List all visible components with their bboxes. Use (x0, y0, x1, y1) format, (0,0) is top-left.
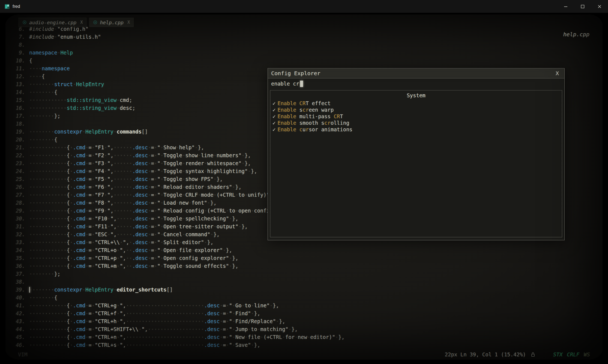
item-label-text: T (340, 113, 343, 119)
line-number: 22. (5, 151, 25, 159)
dialog-titlebar: Config Explorer X (268, 68, 564, 78)
code-line[interactable]: 10.{ (5, 57, 603, 65)
tab-close-icon[interactable]: X (80, 20, 83, 25)
line-number: 24. (5, 167, 25, 175)
code-line[interactable]: 37.········}; (5, 270, 603, 278)
tab-close-icon[interactable]: X (127, 20, 130, 25)
config-item[interactable]: ✓Enable cursor animations (272, 126, 560, 133)
dialog-close-button[interactable]: X (553, 70, 561, 77)
code-line[interactable]: 35.············{·.cmd·=·"CTRL+p·",··.des… (5, 254, 603, 262)
line-number: 45. (5, 333, 25, 341)
line-number: 42. (5, 310, 25, 317)
tab-label: help.cpp (100, 20, 124, 25)
window-titlebar: fred (0, 0, 608, 13)
status-flags: STX CRLF WS (553, 351, 590, 357)
dialog-title: Config Explorer (271, 70, 321, 77)
item-label-text: s (296, 107, 302, 113)
line-number: 31. (5, 223, 25, 230)
line-number: 16. (5, 104, 25, 112)
code-line[interactable]: 45.············{·.cmd·=·"CTRL+n·",······… (5, 333, 603, 341)
tab-audio-engine[interactable]: audio-engine.cpp X (19, 18, 86, 27)
checkbox-checked-icon[interactable]: ✓ (272, 113, 275, 119)
code-line[interactable]: 46.············{·.cmd·=·"CTRL+s·",······… (5, 341, 603, 349)
line-number: 15. (5, 96, 25, 104)
maximize-button[interactable] (574, 0, 591, 13)
line-number: 26. (5, 183, 25, 191)
line-number: 8. (5, 41, 25, 49)
tab-help[interactable]: help.cpp X (89, 18, 134, 27)
lock-icon (531, 352, 535, 357)
cpp-file-icon (22, 20, 27, 25)
item-label-text: T effect (306, 100, 331, 106)
code-line[interactable]: 36.············{·.cmd·=·"CTRL+m·",··.des… (5, 262, 603, 270)
line-number: 20. (5, 136, 25, 144)
line-number: 33. (5, 238, 25, 246)
window-title: fred (13, 4, 20, 9)
line-number: 39. (5, 286, 25, 294)
code-line[interactable]: 38. (5, 278, 603, 286)
close-button[interactable] (591, 0, 608, 13)
line-number: 14. (5, 88, 25, 96)
item-label-text: u (302, 126, 306, 132)
code-line[interactable]: 40.········{ (5, 294, 603, 302)
item-label-text (296, 100, 299, 106)
match-highlight-text: r (306, 126, 309, 132)
match-highlight-text: Enable (277, 120, 296, 126)
cpp-file-icon (93, 20, 97, 25)
line-number: 9. (5, 49, 25, 57)
line-number: 41. (5, 302, 25, 310)
line-number: 44. (5, 325, 25, 333)
line-number: 32. (5, 230, 25, 238)
app-icon (4, 4, 10, 9)
line-number: 11. (5, 65, 25, 72)
config-item[interactable]: ✓Enable screen warp (272, 107, 560, 113)
line-number: 43. (5, 317, 25, 325)
item-label-text (296, 126, 299, 132)
line-number: 35. (5, 254, 25, 262)
crt-screen: 6.#include·"config.h"7.#include·"enum-ut… (5, 14, 603, 360)
filename-overlay: help.cpp (563, 31, 589, 38)
config-item[interactable]: ✓Enable CRT effect (272, 100, 560, 107)
line-number: 23. (5, 159, 25, 167)
input-cursor (300, 81, 303, 87)
minimize-icon (564, 4, 568, 9)
code-line[interactable]: 44.············{·.cmd·=·"CTRL+SHIFT+\\·"… (5, 325, 603, 333)
minimize-button[interactable] (557, 0, 574, 13)
config-search-input[interactable]: enable cr (268, 78, 564, 89)
code-line[interactable]: 8. (5, 41, 603, 49)
match-highlight-text: Enable (277, 107, 296, 113)
item-label-text: olling (331, 120, 349, 126)
cursor-position-info: 22px Ln 39, Col 1 (15.42%) (445, 351, 526, 357)
config-item[interactable]: ✓Enable smooth scrolling (272, 120, 560, 126)
checkbox-checked-icon[interactable]: ✓ (272, 120, 275, 126)
maximize-icon (580, 4, 585, 9)
line-number: 18. (5, 120, 25, 128)
line-number: 34. (5, 246, 25, 254)
line-number: 29. (5, 207, 25, 215)
code-line[interactable]: 43.············{·.cmd·=·"CTRL+h·",······… (5, 317, 603, 325)
code-line[interactable]: 42.············{·.cmd·=·"CTRL+f·",······… (5, 310, 603, 317)
line-number: 36. (5, 262, 25, 270)
close-icon (597, 4, 602, 9)
match-highlight-text: cr (324, 120, 331, 126)
match-highlight-text: c (299, 126, 302, 132)
line-number: 37. (5, 270, 25, 278)
checkbox-checked-icon[interactable]: ✓ (272, 100, 275, 106)
line-number: 7. (5, 33, 25, 41)
line-number: 38. (5, 278, 25, 286)
config-item-list: ✓Enable CRT effect✓Enable screen warp✓En… (270, 99, 562, 133)
code-line[interactable]: 41.············{·.cmd·=·"CTRL+g·",······… (5, 302, 603, 310)
config-item[interactable]: ✓Enable multi-pass CRT (272, 113, 560, 120)
code-line[interactable]: 39.········constexpr·HelpEntry·editor_sh… (5, 286, 603, 294)
code-line[interactable]: 7.#include·"enum-utils.h" (5, 33, 603, 41)
match-highlight-text: Enable (277, 113, 296, 119)
match-highlight-text: Enable (277, 100, 296, 106)
line-number: 27. (5, 191, 25, 199)
line-number: 21. (5, 144, 25, 151)
line-number: 28. (5, 199, 25, 207)
checkbox-checked-icon[interactable]: ✓ (272, 126, 275, 132)
vim-mode-indicator: VIM (18, 351, 27, 357)
checkbox-checked-icon[interactable]: ✓ (272, 107, 275, 113)
code-line[interactable]: 34.············{·.cmd·=·"CTRL+o·",··.des… (5, 246, 603, 254)
code-line[interactable]: 9.namespace·Help (5, 49, 603, 57)
